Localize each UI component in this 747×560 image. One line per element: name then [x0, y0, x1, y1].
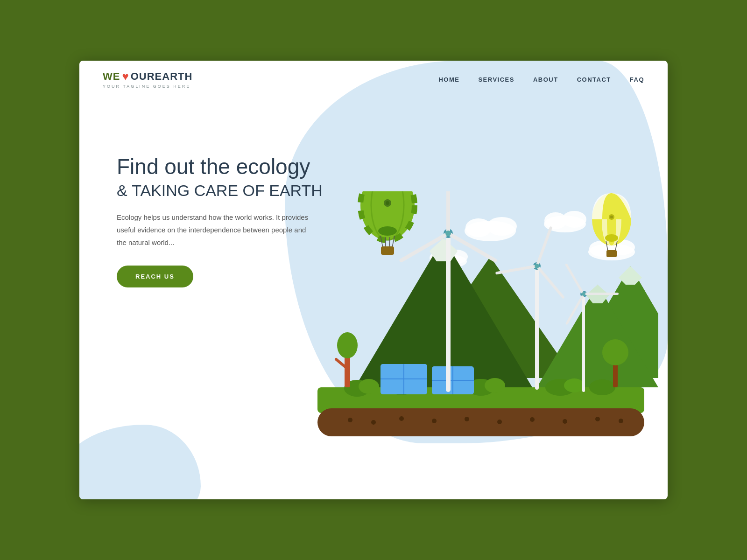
- logo: WE ♥ OUREARTH YOUR TAGLINE GOES HERE: [103, 70, 192, 89]
- illustration: [294, 191, 658, 471]
- nav-faq[interactable]: FAQ: [630, 76, 644, 83]
- svg-point-71: [386, 201, 389, 205]
- nav: HOME SERVICES ABOUT CONTACT FAQ: [438, 76, 644, 83]
- svg-point-60: [582, 292, 585, 296]
- svg-point-5: [562, 211, 586, 228]
- hero-title-line1: Find out the ecology: [117, 154, 323, 180]
- logo-heart: ♥: [122, 70, 128, 83]
- hero-title-taking: TAKING CARE OF EARTH: [132, 182, 323, 199]
- svg-point-29: [371, 420, 376, 425]
- scene-svg: [294, 191, 658, 471]
- svg-rect-76: [606, 250, 617, 257]
- svg-point-32: [465, 417, 469, 421]
- tree-left-top: [337, 332, 358, 358]
- svg-point-54: [535, 264, 539, 268]
- svg-line-67: [385, 237, 386, 247]
- main-container: WE ♥ OUREARTH YOUR TAGLINE GOES HERE HOM…: [79, 61, 668, 499]
- svg-point-27: [589, 379, 615, 395]
- bottom-blob: [79, 425, 201, 499]
- svg-point-21: [359, 379, 379, 394]
- hero-title-line2: & TAKING CARE OF EARTH: [117, 182, 323, 200]
- logo-main: WE ♥ OUREARTH: [103, 70, 192, 83]
- svg-point-34: [530, 417, 535, 422]
- logo-tagline: YOUR TAGLINE GOES HERE: [103, 84, 192, 89]
- svg-rect-52: [536, 265, 565, 299]
- hero-content: Find out the ecology & TAKING CARE OF EA…: [117, 154, 323, 287]
- svg-rect-55: [582, 294, 585, 392]
- hero-ampersand: &: [117, 182, 127, 199]
- nav-about[interactable]: ABOUT: [533, 76, 558, 83]
- svg-rect-69: [381, 246, 394, 255]
- svg-point-33: [497, 420, 502, 424]
- nav-contact[interactable]: CONTACT: [577, 76, 611, 83]
- reach-us-button[interactable]: REACH US: [117, 266, 193, 287]
- logo-ourearth: OUREARTH: [131, 70, 193, 83]
- svg-line-68: [389, 237, 390, 247]
- svg-point-36: [595, 417, 600, 421]
- svg-rect-45: [446, 191, 450, 233]
- nav-home[interactable]: HOME: [438, 76, 459, 83]
- hero-description: Ecology helps us understand how the worl…: [117, 211, 313, 249]
- svg-point-26: [564, 378, 585, 392]
- svg-rect-57: [565, 263, 585, 294]
- svg-rect-43: [446, 233, 451, 392]
- svg-point-73: [605, 234, 618, 242]
- tree-right-top: [602, 339, 628, 365]
- balloon-1: [360, 191, 415, 255]
- logo-we: WE: [103, 70, 120, 83]
- svg-point-24: [485, 378, 505, 393]
- svg-point-37: [619, 419, 623, 423]
- ground-dirt: [317, 408, 644, 436]
- svg-point-35: [563, 419, 567, 424]
- header: WE ♥ OUREARTH YOUR TAGLINE GOES HERE HOM…: [79, 61, 668, 98]
- svg-point-78: [610, 216, 613, 218]
- svg-point-64: [378, 226, 397, 236]
- svg-rect-58: [584, 293, 619, 295]
- svg-point-31: [432, 419, 437, 423]
- svg-rect-49: [535, 266, 539, 390]
- svg-rect-51: [536, 226, 552, 266]
- svg-point-28: [348, 418, 352, 422]
- nav-services[interactable]: SERVICES: [478, 76, 514, 83]
- svg-point-48: [445, 231, 451, 236]
- svg-point-2: [487, 217, 517, 236]
- svg-rect-53: [495, 265, 537, 275]
- svg-point-30: [399, 416, 404, 421]
